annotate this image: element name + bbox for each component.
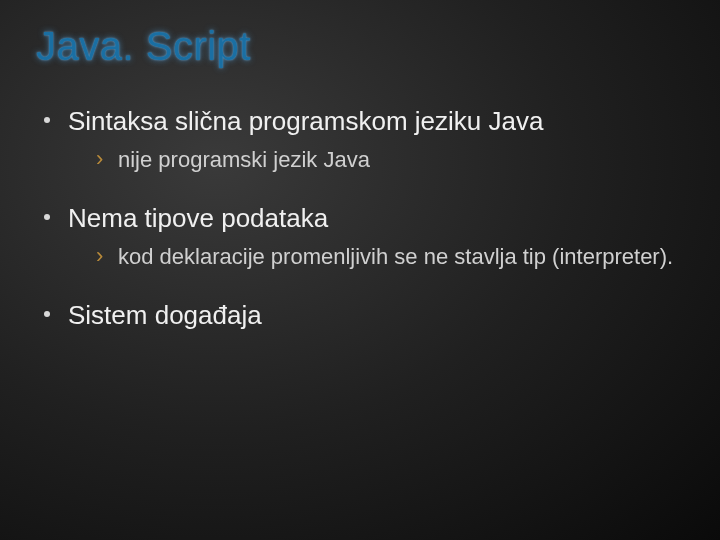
list-item: Sistem događaja (36, 299, 684, 332)
sub-list: nije programski jezik Java (96, 146, 684, 175)
sub-list: kod deklaracije promenljivih se ne stavl… (96, 243, 684, 272)
list-item: Sintaksa slična programskom jeziku Java … (36, 105, 684, 174)
bullet-text: Sistem događaja (68, 299, 684, 332)
bullet-list: Sintaksa slična programskom jeziku Java … (36, 105, 684, 332)
sub-bullet-text: nije programski jezik Java (118, 146, 684, 175)
list-item: Nema tipove podataka kod deklaracije pro… (36, 202, 684, 271)
slide: Java. Script Sintaksa slična programskom… (0, 0, 720, 540)
bullet-text: Nema tipove podataka (68, 202, 684, 235)
sub-list-item: nije programski jezik Java (96, 146, 684, 175)
sub-list-item: kod deklaracije promenljivih se ne stavl… (96, 243, 684, 272)
bullet-text: Sintaksa slična programskom jeziku Java (68, 105, 684, 138)
slide-title: Java. Script (36, 24, 684, 69)
sub-bullet-text: kod deklaracije promenljivih se ne stavl… (118, 243, 684, 272)
